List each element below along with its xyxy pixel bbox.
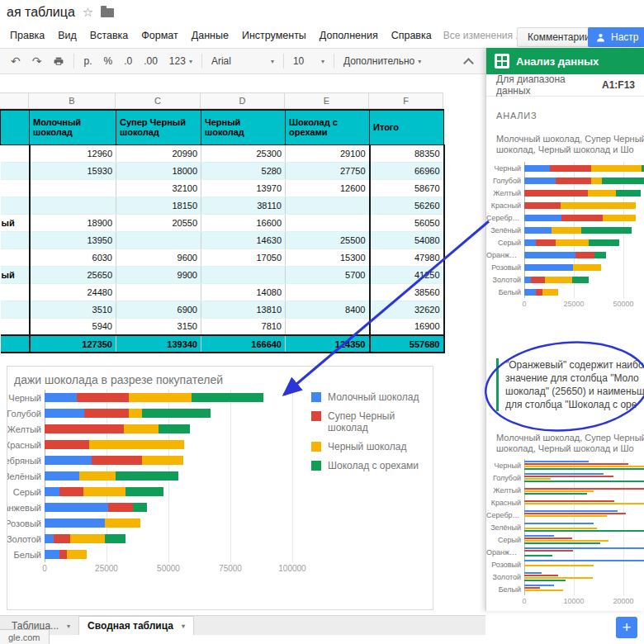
insight-text[interactable]: "Оранжевый" содержит наибозначение для с… xyxy=(496,358,644,411)
row-label-fragment[interactable]: ый xyxy=(1,266,30,283)
cell[interactable]: 5700 xyxy=(286,266,370,283)
cell[interactable]: 6900 xyxy=(116,301,201,318)
cell[interactable]: 14630 xyxy=(201,231,286,249)
cell[interactable] xyxy=(286,318,370,335)
cell[interactable]: 6030 xyxy=(30,249,116,266)
cell[interactable]: 27750 xyxy=(286,162,370,179)
pivot-header-cell[interactable]: Черный шоколад xyxy=(201,110,286,144)
cell[interactable]: 17050 xyxy=(201,249,286,266)
row-label-fragment[interactable] xyxy=(1,231,30,249)
cell[interactable] xyxy=(116,231,201,249)
cell[interactable]: 16600 xyxy=(201,214,286,231)
cell[interactable] xyxy=(116,283,201,301)
star-icon[interactable]: ☆ xyxy=(83,5,93,20)
menu-item[interactable]: Инструменты xyxy=(235,30,313,41)
cell[interactable]: 127350 xyxy=(30,335,116,353)
cell[interactable] xyxy=(1,335,30,353)
row-label-fragment[interactable] xyxy=(1,197,30,214)
cell[interactable]: 88350 xyxy=(370,144,444,162)
column-header[interactable]: D xyxy=(201,93,285,108)
pivot-header-cell[interactable]: Шоколад с орехами xyxy=(286,110,370,144)
cell[interactable]: 9600 xyxy=(116,249,201,266)
menu-item[interactable]: Правка xyxy=(3,30,51,41)
print-icon[interactable] xyxy=(47,51,70,71)
pivot-header-cell[interactable]: Молочный шоколад xyxy=(30,110,116,144)
cell[interactable]: 25500 xyxy=(286,231,370,249)
font-size-select[interactable]: 10 ▾ xyxy=(287,51,330,71)
sheet-tab[interactable]: Сводная таблица▾ xyxy=(78,616,194,635)
chart-card[interactable]: дажи шоколада в разрезе покупателей Черн… xyxy=(7,366,433,610)
folder-icon[interactable] xyxy=(101,8,114,17)
menu-item[interactable]: Справка xyxy=(385,30,438,41)
menu-item[interactable]: Дополнения xyxy=(313,30,385,41)
cell[interactable]: 24480 xyxy=(30,283,116,301)
pivot-header-cell[interactable]: Супер Черный шоколад xyxy=(116,110,201,144)
cell[interactable]: 15930 xyxy=(30,162,116,179)
data-range-row[interactable]: Для диапазона данных A1:F13 xyxy=(486,74,644,97)
cell[interactable]: 5940 xyxy=(30,318,116,335)
row-label-fragment[interactable] xyxy=(1,144,30,162)
cell[interactable]: 25300 xyxy=(201,144,286,162)
panel-chart1[interactable]: ЧерныйГолубойЖелтыйКрасныйСеребряныйЗелё… xyxy=(486,162,644,310)
cell[interactable]: 16900 xyxy=(370,318,444,335)
column-header[interactable]: F xyxy=(369,93,443,108)
cell[interactable] xyxy=(286,214,370,231)
cell[interactable]: 47980 xyxy=(370,249,444,266)
row-label-fragment[interactable]: ый xyxy=(1,214,30,231)
column-header[interactable]: B xyxy=(29,93,116,108)
cell[interactable]: 9900 xyxy=(116,266,201,283)
cell[interactable]: 54080 xyxy=(370,231,444,249)
row-label-fragment[interactable] xyxy=(1,179,30,197)
menu-item[interactable]: Вставка xyxy=(83,30,135,41)
cell[interactable]: 56050 xyxy=(370,214,444,231)
cell[interactable]: 41250 xyxy=(370,266,444,283)
row-label-fragment[interactable] xyxy=(1,249,30,266)
row-label-fragment[interactable] xyxy=(1,301,30,318)
cell[interactable]: 166640 xyxy=(201,335,286,353)
menu-item[interactable]: Формат xyxy=(135,30,184,41)
cell[interactable]: 124350 xyxy=(286,335,370,353)
cell[interactable] xyxy=(286,197,370,214)
menu-item[interactable]: Данные xyxy=(185,30,235,41)
cell[interactable]: 20550 xyxy=(116,214,201,231)
cell[interactable]: 7810 xyxy=(201,318,286,335)
panel-chart2[interactable]: ЧерныйГолубойЖелтыйКрасныйСеребряныйЗелё… xyxy=(486,459,644,607)
cell[interactable]: 25650 xyxy=(30,266,116,283)
cell[interactable] xyxy=(286,283,370,301)
cell[interactable]: 5280 xyxy=(201,162,286,179)
number-format-button[interactable]: 123 ▾ xyxy=(163,51,198,71)
undo-icon[interactable]: ↶ xyxy=(5,51,26,71)
cell[interactable]: 3510 xyxy=(30,301,116,318)
cell[interactable]: 58670 xyxy=(370,179,444,197)
cell[interactable]: 14080 xyxy=(201,283,286,301)
share-button[interactable]: Настр xyxy=(588,27,644,47)
font-select[interactable]: Arial ▾ xyxy=(206,51,280,71)
cell[interactable]: 13950 xyxy=(30,231,116,249)
explore-fab-button[interactable]: + xyxy=(616,617,637,638)
cell[interactable] xyxy=(201,266,286,283)
cell[interactable]: 32620 xyxy=(370,301,444,318)
cell[interactable]: 3150 xyxy=(116,318,201,335)
cell[interactable]: 32100 xyxy=(116,179,201,197)
cell[interactable]: 29100 xyxy=(286,144,370,162)
cell[interactable]: 66960 xyxy=(370,162,444,179)
row-label-fragment[interactable] xyxy=(1,283,30,301)
more-toolbar-button[interactable]: Дополнительно ▾ xyxy=(338,51,427,71)
currency-format-button[interactable]: р. xyxy=(78,51,97,71)
cell[interactable]: 38560 xyxy=(370,283,444,301)
cell[interactable]: 56260 xyxy=(370,197,444,214)
cell[interactable]: 557680 xyxy=(370,335,444,353)
column-header[interactable]: E xyxy=(285,93,369,108)
cell[interactable]: 12960 xyxy=(30,144,116,162)
cell[interactable]: 18000 xyxy=(116,162,201,179)
cell[interactable] xyxy=(30,179,116,197)
toolbar-collapse-button[interactable] xyxy=(463,58,474,69)
redo-icon[interactable]: ↷ xyxy=(26,51,48,71)
cell[interactable]: 15300 xyxy=(286,249,370,266)
cell[interactable]: 18900 xyxy=(30,214,116,231)
cell[interactable]: 38110 xyxy=(201,197,286,214)
cell[interactable]: 8400 xyxy=(286,301,370,318)
row-label-fragment[interactable] xyxy=(1,318,30,335)
cell[interactable] xyxy=(1,110,30,144)
increase-decimals-button[interactable]: .00 xyxy=(138,51,163,71)
